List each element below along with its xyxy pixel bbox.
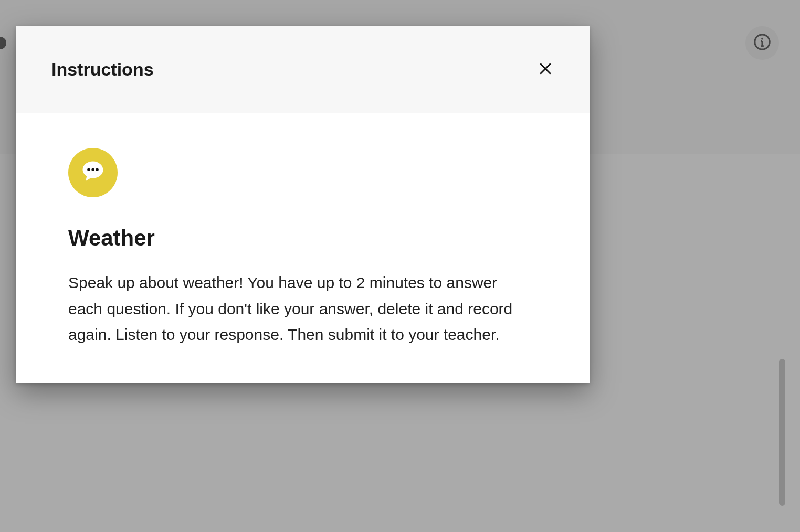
instructions-dialog: Instructions Weather Speak up about bbox=[16, 26, 590, 383]
close-button[interactable] bbox=[533, 57, 558, 82]
dialog-header: Instructions bbox=[16, 26, 590, 113]
close-icon bbox=[538, 61, 553, 78]
instructions-heading: Weather bbox=[68, 226, 537, 251]
activity-type-badge bbox=[68, 148, 118, 197]
instructions-text: Speak up about weather! You have up to 2… bbox=[68, 270, 530, 348]
dialog-title: Instructions bbox=[51, 59, 154, 80]
dialog-footer bbox=[16, 368, 590, 383]
svg-point-17 bbox=[87, 168, 90, 171]
svg-point-18 bbox=[91, 168, 94, 171]
dialog-body: Weather Speak up about weather! You have… bbox=[16, 113, 590, 368]
svg-point-19 bbox=[96, 168, 99, 171]
speech-bubble-icon bbox=[79, 158, 107, 187]
